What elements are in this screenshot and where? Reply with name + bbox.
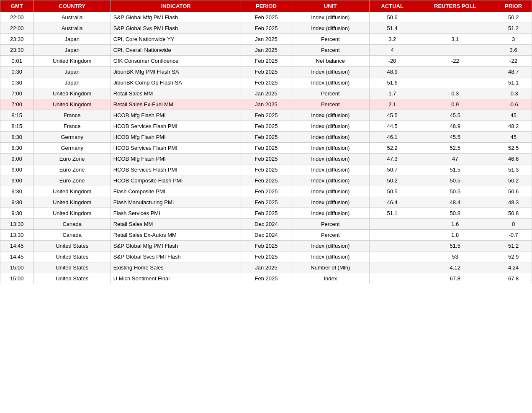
cell-poll: 3.1 <box>415 34 495 45</box>
cell-period: Feb 2025 <box>241 110 291 121</box>
cell-unit: Index (diffusion) <box>291 77 370 88</box>
cell-gmt: 7:00 <box>0 88 34 99</box>
cell-indicator: CPI, Overall Nationwide <box>111 45 241 56</box>
cell-gmt: 15:00 <box>0 273 34 284</box>
cell-gmt: 9:00 <box>0 154 34 164</box>
cell-actual: 46.1 <box>370 132 415 143</box>
cell-unit: Index (diffusion) <box>291 67 370 77</box>
cell-country: United States <box>33 251 111 262</box>
cell-unit: Index (diffusion) <box>291 143 370 154</box>
cell-country: United States <box>33 262 111 273</box>
cell-indicator: HCOB Services Flash PMI <box>111 164 241 175</box>
cell-poll: 47 <box>415 154 495 164</box>
cell-poll: 0.9 <box>415 99 495 110</box>
cell-gmt: 8:15 <box>0 110 34 121</box>
cell-prior: 50.6 <box>495 186 532 197</box>
cell-country: Australia <box>33 23 111 34</box>
cell-indicator: Retail Sales Ex-Autos MM <box>111 230 241 241</box>
cell-country: United Kingdom <box>33 197 111 208</box>
cell-country: Australia <box>33 12 111 23</box>
cell-poll: 48.4 <box>415 197 495 208</box>
cell-gmt: 13:30 <box>0 219 34 230</box>
cell-indicator: HCOB Mfg Flash PMI <box>111 154 241 164</box>
cell-period: Feb 2025 <box>241 132 291 143</box>
cell-unit: Index (diffusion) <box>291 186 370 197</box>
cell-prior: 67.8 <box>495 273 532 284</box>
cell-prior: 3.6 <box>495 45 532 56</box>
cell-country: Japan <box>33 67 111 77</box>
cell-unit: Index (diffusion) <box>291 175 370 186</box>
cell-period: Feb 2025 <box>241 186 291 197</box>
cell-unit: Index (diffusion) <box>291 208 370 219</box>
cell-unit: Index (diffusion) <box>291 110 370 121</box>
cell-unit: Percent <box>291 99 370 110</box>
cell-gmt: 8:30 <box>0 143 34 154</box>
cell-country: France <box>33 110 111 121</box>
cell-prior: 51.2 <box>495 241 532 251</box>
cell-gmt: 8:15 <box>0 121 34 132</box>
cell-period: Feb 2025 <box>241 197 291 208</box>
cell-poll: 1.8 <box>415 230 495 241</box>
cell-indicator: S&P Global Mfg PMI Flash <box>111 241 241 251</box>
cell-poll: 50.5 <box>415 186 495 197</box>
cell-actual: -20 <box>370 56 415 67</box>
cell-prior: 51.3 <box>495 164 532 175</box>
cell-unit: Net balance <box>291 56 370 67</box>
cell-actual: 47.3 <box>370 154 415 164</box>
cell-unit: Percent <box>291 230 370 241</box>
cell-prior: 4.24 <box>495 262 532 273</box>
cell-unit: Percent <box>291 34 370 45</box>
cell-period: Feb 2025 <box>241 164 291 175</box>
cell-gmt: 23:30 <box>0 34 34 45</box>
cell-gmt: 9:00 <box>0 175 34 186</box>
cell-unit: Index (diffusion) <box>291 164 370 175</box>
cell-poll: 50.8 <box>415 208 495 219</box>
cell-prior: 50.2 <box>495 175 532 186</box>
cell-indicator: CPI, Core Nationwide YY <box>111 34 241 45</box>
cell-poll: 51.5 <box>415 164 495 175</box>
cell-actual: 48.9 <box>370 67 415 77</box>
cell-poll: 50.5 <box>415 175 495 186</box>
cell-period: Feb 2025 <box>241 273 291 284</box>
cell-period: Feb 2025 <box>241 154 291 164</box>
cell-prior: 45 <box>495 132 532 143</box>
cell-indicator: Flash Manufacturing PMI <box>111 197 241 208</box>
cell-period: Feb 2025 <box>241 77 291 88</box>
cell-unit: Index (diffusion) <box>291 154 370 164</box>
cell-period: Feb 2025 <box>241 23 291 34</box>
cell-period: Feb 2025 <box>241 56 291 67</box>
cell-period: Feb 2025 <box>241 208 291 219</box>
cell-actual: 51.6 <box>370 77 415 88</box>
cell-gmt: 23:30 <box>0 45 34 56</box>
cell-actual: 50.2 <box>370 175 415 186</box>
cell-indicator: JibunBK Mfg PMI Flash SA <box>111 67 241 77</box>
cell-period: Jan 2025 <box>241 88 291 99</box>
cell-period: Feb 2025 <box>241 251 291 262</box>
cell-country: Japan <box>33 77 111 88</box>
cell-gmt: 8:30 <box>0 132 34 143</box>
cell-prior: 3 <box>495 34 532 45</box>
cell-unit: Index (diffusion) <box>291 251 370 262</box>
cell-actual: 50.5 <box>370 186 415 197</box>
cell-indicator: Existing Home Sales <box>111 262 241 273</box>
cell-actual <box>370 230 415 241</box>
cell-unit: Index (diffusion) <box>291 132 370 143</box>
cell-actual: 52.2 <box>370 143 415 154</box>
cell-actual: 51.1 <box>370 208 415 219</box>
cell-indicator: Flash Composite PMI <box>111 186 241 197</box>
cell-actual <box>370 241 415 251</box>
cell-period: Dec 2024 <box>241 219 291 230</box>
cell-poll: 67.8 <box>415 273 495 284</box>
cell-indicator: HCOB Services Flash PMI <box>111 143 241 154</box>
cell-actual <box>370 262 415 273</box>
cell-actual <box>370 219 415 230</box>
cell-gmt: 7:00 <box>0 99 34 110</box>
header-indicator: INDICATOR <box>111 0 241 12</box>
cell-gmt: 13:30 <box>0 230 34 241</box>
cell-poll <box>415 77 495 88</box>
economic-data-table: GMT COUNTRY INDICATOR PERIOD UNIT ACTUAL… <box>0 0 532 284</box>
cell-country: Euro Zone <box>33 164 111 175</box>
cell-prior: 51.1 <box>495 77 532 88</box>
cell-country: France <box>33 121 111 132</box>
cell-indicator: U Mich Sentiment Final <box>111 273 241 284</box>
